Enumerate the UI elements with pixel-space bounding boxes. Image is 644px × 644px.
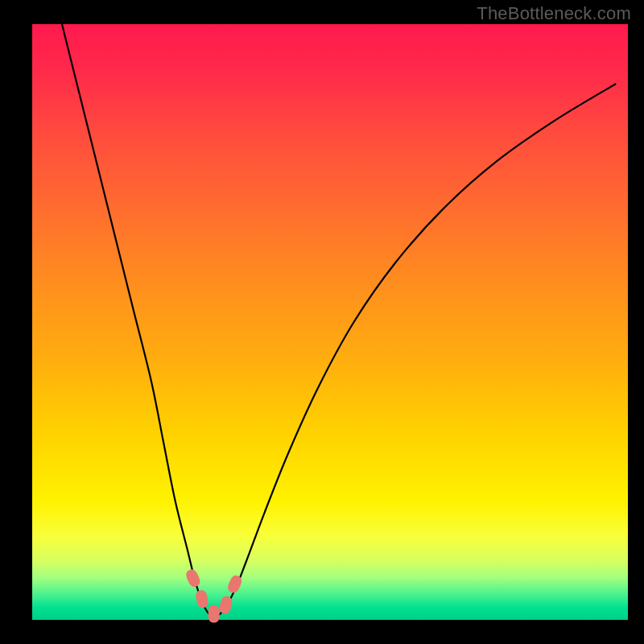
min-marker <box>184 568 202 588</box>
min-marker <box>195 589 209 609</box>
watermark-text: TheBottleneck.com <box>477 3 631 24</box>
plot-area <box>32 24 628 620</box>
bottleneck-curve <box>32 24 628 620</box>
min-marker <box>208 605 220 623</box>
curve-path <box>62 24 616 617</box>
chart-frame: TheBottleneck.com <box>0 0 644 644</box>
